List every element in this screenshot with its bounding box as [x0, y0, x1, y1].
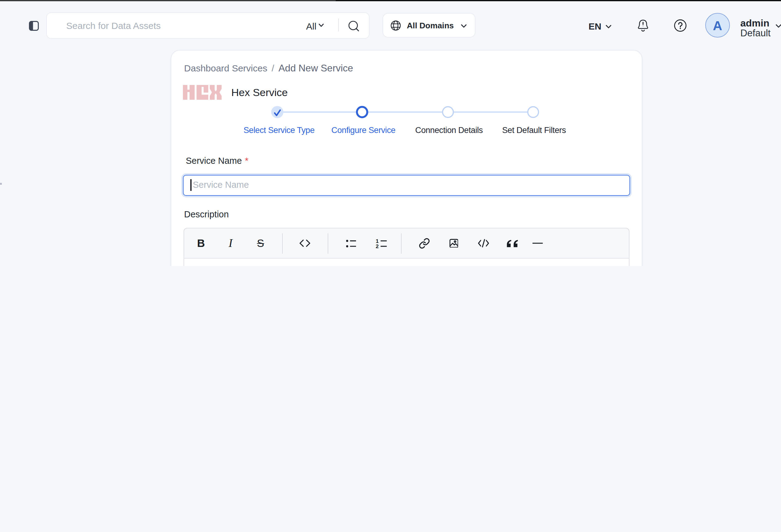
svg-text:2: 2	[375, 243, 378, 248]
